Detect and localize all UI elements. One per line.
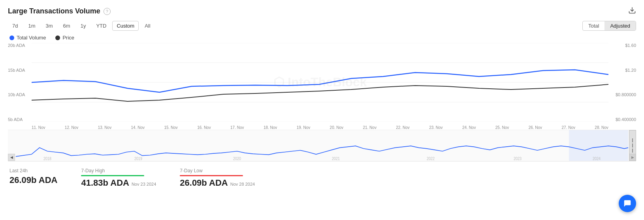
page-title: Large Transactions Volume bbox=[8, 7, 100, 15]
x-label-7: 18. Nov bbox=[264, 125, 277, 130]
mini-volume-line bbox=[16, 146, 628, 157]
filter-ytd[interactable]: YTD bbox=[92, 21, 111, 31]
stat-last-24h: Last 24h 26.09b ADA bbox=[9, 168, 57, 188]
watermark-text: ⬡ IntoTheBlock bbox=[273, 75, 367, 89]
download-icon[interactable] bbox=[628, 6, 636, 16]
legend-label-price: Price bbox=[62, 35, 74, 41]
legend-dot-blue bbox=[9, 35, 14, 40]
mini-year-2022: 2022 bbox=[427, 156, 435, 161]
y-right-2: $0.800000 bbox=[608, 92, 636, 97]
stat-value-24h: 26.09b ADA bbox=[9, 175, 57, 185]
stat-7d-low: 7-Day Low 26.09b ADA Nov 28 2024 bbox=[180, 168, 255, 188]
x-label-6: 17. Nov bbox=[230, 125, 244, 130]
y-right-0: $1.60 bbox=[608, 43, 636, 48]
x-label-16: 27. Nov bbox=[562, 125, 575, 130]
chat-icon bbox=[623, 199, 632, 208]
stat-7d-high: 7-Day High 41.83b ADA Nov 23 2024 bbox=[81, 168, 156, 188]
info-icon[interactable]: ? bbox=[104, 8, 111, 15]
x-label-13: 24. Nov bbox=[462, 125, 476, 130]
header-row: Large Transactions Volume ? bbox=[8, 6, 636, 16]
y-left-0: 20b ADA bbox=[8, 43, 32, 48]
x-label-10: 21. Nov bbox=[363, 125, 376, 130]
y-right-3: $0.400000 bbox=[608, 117, 636, 122]
filter-7d[interactable]: 7d bbox=[8, 21, 22, 31]
stat-value-row-high: 41.83b ADA Nov 23 2024 bbox=[81, 178, 156, 188]
x-label-2: 13. Nov bbox=[98, 125, 111, 130]
mini-chart-area: ◀ ▶ 2018 2019 2020 2021 2022 2023 2024 bbox=[8, 130, 636, 161]
page-container: Large Transactions Volume ? 7d 1m 3m 6m … bbox=[0, 0, 644, 194]
toggle-adjusted[interactable]: Adjusted bbox=[604, 21, 636, 30]
filter-all[interactable]: All bbox=[140, 21, 154, 31]
x-label-8: 19. Nov bbox=[297, 125, 310, 130]
controls-row: 7d 1m 3m 6m 1y YTD Custom All Total Adju… bbox=[8, 21, 636, 31]
y-axis-left: 20b ADA 15b ADA 10b ADA 5b ADA bbox=[8, 43, 32, 130]
stat-value-high: 41.83b ADA bbox=[81, 178, 129, 188]
mini-year-2024: 2024 bbox=[593, 156, 601, 161]
stats-row: Last 24h 26.09b ADA 7-Day High 41.83b AD… bbox=[8, 161, 636, 194]
chat-button[interactable] bbox=[619, 195, 636, 212]
stat-date-high: Nov 23 2024 bbox=[132, 182, 156, 186]
x-axis-row: 11. Nov 12. Nov 13. Nov 14. Nov 15. Nov … bbox=[32, 125, 608, 130]
legend-label-volume: Total Volume bbox=[17, 35, 46, 41]
mini-nav-handle[interactable] bbox=[629, 130, 636, 161]
stat-bar-low bbox=[180, 175, 243, 176]
scroll-left-arrow[interactable]: ◀ bbox=[8, 154, 15, 161]
mini-handle-line-3 bbox=[632, 149, 633, 153]
stat-label-low: 7-Day Low bbox=[180, 168, 255, 173]
x-label-3: 14. Nov bbox=[131, 125, 145, 130]
legend-total-volume: Total Volume bbox=[9, 35, 46, 41]
main-chart-svg: ⬡ IntoTheBlock bbox=[32, 43, 608, 122]
filter-1m[interactable]: 1m bbox=[24, 21, 40, 31]
x-label-5: 16. Nov bbox=[197, 125, 211, 130]
filter-3m[interactable]: 3m bbox=[41, 21, 57, 31]
legend-dot-dark bbox=[55, 35, 60, 40]
y-axis-right: $1.60 $1.20 $0.800000 $0.400000 bbox=[608, 43, 636, 130]
x-label-4: 15. Nov bbox=[164, 125, 177, 130]
x-label-0: 11. Nov bbox=[32, 125, 45, 130]
y-right-1: $1.20 bbox=[608, 68, 636, 73]
chart-svg-container: ⬡ IntoTheBlock bbox=[32, 43, 608, 122]
filter-1y[interactable]: 1y bbox=[76, 21, 90, 31]
stat-value-low: 26.09b ADA bbox=[180, 178, 228, 188]
mini-chart-svg: 2018 2019 2020 2021 2022 2023 2024 bbox=[8, 130, 636, 161]
mini-year-2020: 2020 bbox=[233, 156, 241, 161]
x-label-9: 20. Nov bbox=[330, 125, 343, 130]
stat-date-low: Nov 28 2024 bbox=[230, 182, 255, 186]
title-group: Large Transactions Volume ? bbox=[8, 7, 111, 15]
x-label-11: 22. Nov bbox=[396, 125, 409, 130]
x-label-17: 28. Nov bbox=[595, 125, 608, 130]
stat-value-row-24h: 26.09b ADA bbox=[9, 175, 57, 185]
filter-6m[interactable]: 6m bbox=[59, 21, 75, 31]
toggle-total[interactable]: Total bbox=[583, 21, 604, 30]
toggle-group: Total Adjusted bbox=[582, 21, 636, 31]
y-left-3: 5b ADA bbox=[8, 117, 32, 122]
x-label-1: 12. Nov bbox=[65, 125, 78, 130]
mini-handle-lines bbox=[632, 138, 633, 153]
stat-value-row-low: 26.09b ADA Nov 28 2024 bbox=[180, 178, 255, 188]
x-label-14: 25. Nov bbox=[495, 125, 509, 130]
stat-bar-high bbox=[81, 175, 144, 176]
stat-label-24h: Last 24h bbox=[9, 168, 57, 173]
y-left-2: 10b ADA bbox=[8, 92, 32, 97]
mini-year-2019: 2019 bbox=[134, 156, 142, 161]
mini-year-2018: 2018 bbox=[43, 156, 51, 161]
x-label-12: 23. Nov bbox=[429, 125, 443, 130]
mini-year-2021: 2021 bbox=[332, 156, 340, 161]
legend-row: Total Volume Price bbox=[8, 35, 636, 41]
filter-custom[interactable]: Custom bbox=[112, 21, 139, 31]
mini-handle-line-1 bbox=[632, 138, 633, 142]
mini-handle-line-2 bbox=[632, 144, 633, 147]
stat-label-high: 7-Day High bbox=[81, 168, 156, 173]
main-chart-area: 20b ADA 15b ADA 10b ADA 5b ADA $1.60 $1.… bbox=[8, 43, 636, 130]
legend-price: Price bbox=[55, 35, 74, 41]
time-filters: 7d 1m 3m 6m 1y YTD Custom All bbox=[8, 21, 155, 31]
y-left-1: 15b ADA bbox=[8, 68, 32, 73]
x-label-15: 26. Nov bbox=[529, 125, 542, 130]
mini-year-2023: 2023 bbox=[514, 156, 522, 161]
